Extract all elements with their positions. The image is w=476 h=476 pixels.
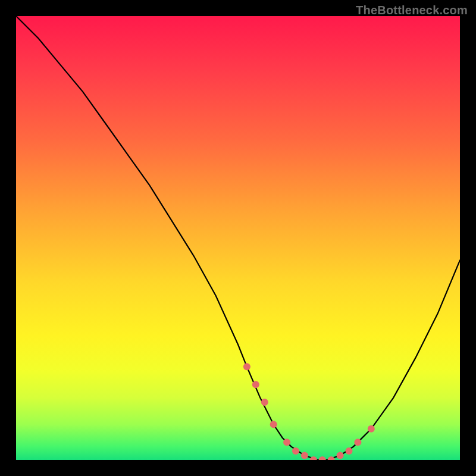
highlight-dot <box>354 439 361 446</box>
chart-stage: TheBottleneck.com <box>0 0 476 476</box>
highlight-dot <box>270 421 277 428</box>
highlight-dot <box>283 439 290 446</box>
highlight-dot <box>292 447 299 455</box>
highlight-dot <box>243 363 250 370</box>
highlight-dot <box>252 381 259 388</box>
highlight-dot <box>337 452 344 459</box>
highlight-dot <box>319 456 326 460</box>
bottleneck-curve-svg <box>16 16 460 460</box>
highlight-dot <box>301 452 308 459</box>
gradient-plot-area <box>16 16 460 460</box>
highlight-dot <box>328 456 335 460</box>
highlight-dot <box>346 447 353 455</box>
highlight-dot <box>310 456 317 460</box>
watermark-text: TheBottleneck.com <box>356 4 468 17</box>
highlight-dot <box>368 425 375 433</box>
highlight-dot <box>261 399 268 406</box>
bottleneck-curve-path <box>16 16 460 460</box>
